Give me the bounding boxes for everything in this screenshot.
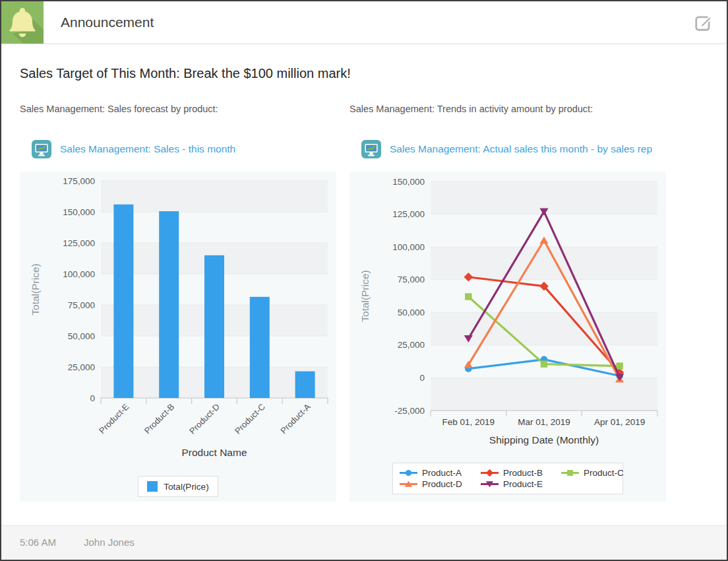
legend-marker (567, 470, 573, 476)
y-axis-title: Total(Price) (359, 270, 371, 321)
bar-Product-A (295, 372, 315, 398)
x-axis-title: Product Name (181, 447, 247, 458)
y-tick-label: 125,000 (63, 238, 95, 248)
y-axis-title: Total(Price) (30, 263, 41, 315)
legend-item-Product-A: Product-A (400, 468, 481, 478)
legend-marker (486, 469, 494, 477)
legend-marker-icon (481, 480, 499, 488)
announcement-page: Announcement Sales Target of This Month:… (0, 0, 728, 561)
post-time: 5:06 AM (20, 537, 56, 548)
marker-Product-C (465, 293, 471, 300)
y-tick-label: 50,000 (398, 308, 425, 317)
legend-item-Product-E: Product-E (481, 479, 561, 489)
headline: Sales Target of This Month: Break the $1… (20, 66, 351, 81)
grid-stripe (431, 247, 657, 280)
legend-label: Product-C (584, 468, 624, 478)
post-author[interactable]: John Jones (84, 537, 135, 548)
x-tick-label: Mar 01, 2019 (518, 417, 570, 427)
grid-stripe (431, 312, 657, 345)
page-title: Announcement (61, 15, 154, 30)
section-label-left: Sales Management: Sales forecast by prod… (20, 104, 218, 114)
y-tick-label: 100,000 (63, 269, 95, 279)
legend-item-Product-D: Product-D (400, 479, 481, 489)
legend-marker (406, 470, 411, 476)
y-tick-label: 150,000 (392, 177, 425, 187)
bar-Product-D (204, 255, 224, 398)
grid-stripe (101, 181, 328, 212)
legend-marker-icon (400, 469, 417, 477)
chart-app-icon (361, 140, 381, 158)
line-chart-panel: 150,000125,000100,00075,00050,00025,0000… (349, 172, 666, 502)
header: Announcement (1, 1, 727, 44)
x-tick-label: Product-D (187, 402, 222, 436)
chart-link-right: Sales Management: Actual sales this mont… (361, 140, 652, 158)
marker-Product-C (541, 360, 547, 367)
x-tick-label: Product-A (278, 401, 313, 436)
x-tick-label: Apr 01, 2019 (594, 417, 645, 427)
y-tick-label: 100,000 (392, 242, 425, 252)
section-label-right: Sales Management: Trends in activity amo… (349, 104, 593, 114)
edit-button[interactable] (694, 13, 713, 32)
y-tick-label: 0 (419, 373, 425, 383)
footer: 5:06 AM John Jones (1, 525, 727, 560)
bar-Product-B (159, 211, 179, 398)
bar-Product-E (113, 205, 133, 398)
marker-Product-D (539, 236, 548, 244)
line-chart-legend: Product-AProduct-BProduct-CProduct-DProd… (392, 463, 623, 494)
legend-label: Product-B (503, 468, 543, 478)
legend-label: Product-A (422, 468, 462, 478)
legend-marker-icon (481, 469, 499, 477)
x-tick-label: Product-E (97, 401, 131, 436)
marker-Product-C (616, 362, 622, 369)
bell-icon (1, 1, 44, 44)
chart-app-icon (32, 140, 51, 158)
x-tick-label: Feb 01, 2019 (442, 417, 495, 427)
legend-label: Total(Price) (164, 482, 208, 492)
y-tick-label: 75,000 (68, 300, 95, 310)
bar-Product-C (250, 297, 270, 398)
legend-item-Product-B: Product-B (481, 468, 561, 478)
y-tick-label: 25,000 (398, 340, 425, 350)
legend-item-Product-C: Product-C (561, 468, 624, 478)
legend-label: Product-D (422, 479, 462, 489)
y-tick-label: 175,000 (63, 176, 95, 186)
bar-chart-legend: Total(Price) (138, 476, 218, 497)
x-axis-title: Shipping Date (Monthly) (489, 434, 599, 446)
marker-Product-D (464, 361, 473, 368)
x-tick-label: Product-B (142, 402, 176, 436)
legend-marker-icon (561, 469, 579, 477)
x-tick-label: Product-C (233, 402, 267, 436)
legend-swatch (147, 481, 158, 492)
chart-link-left-text[interactable]: Sales Management: Sales - this month (60, 143, 235, 155)
legend-label: Product-E (503, 479, 543, 489)
legend-marker-icon (400, 480, 417, 488)
chart-link-right-text[interactable]: Sales Management: Actual sales this mont… (390, 143, 652, 155)
y-tick-label: 25,000 (68, 362, 95, 372)
grid-stripe (431, 378, 657, 411)
edit-icon (694, 13, 713, 32)
y-tick-label: -25,000 (394, 406, 425, 416)
y-tick-label: 150,000 (63, 207, 95, 217)
y-tick-label: 50,000 (68, 331, 95, 341)
chart-link-left: Sales Management: Sales - this month (32, 140, 235, 158)
bar-chart: 175,000150,000125,000100,00075,00050,000… (20, 172, 336, 465)
line-chart: 150,000125,000100,00075,00050,00025,0000… (349, 172, 666, 449)
y-tick-label: 0 (90, 393, 95, 403)
bar-chart-panel: 175,000150,000125,000100,00075,00050,000… (20, 172, 336, 502)
y-tick-label: 125,000 (392, 209, 425, 219)
y-tick-label: 75,000 (398, 275, 425, 284)
